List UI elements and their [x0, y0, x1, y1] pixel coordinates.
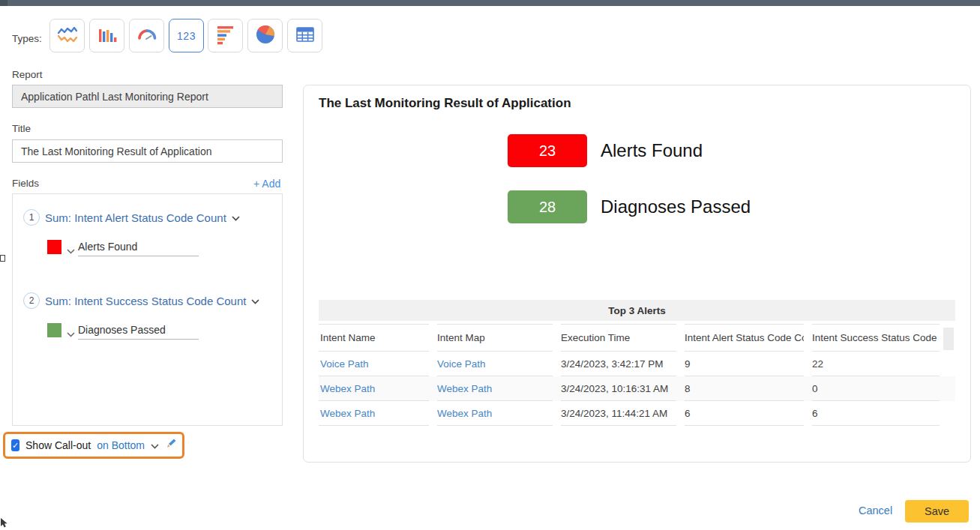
diagnoses-passed-value: 28: [539, 199, 556, 216]
horizontal-bar-chart-icon: [214, 22, 238, 49]
field-source-select[interactable]: Sum: Intent Success Status Code Count: [45, 294, 259, 307]
line-chart-icon: [55, 22, 79, 49]
field-alias-input[interactable]: Alerts Found: [78, 241, 199, 256]
diagnoses-passed-label: Diagnoses Passed: [601, 190, 751, 223]
success-count-cell: 0: [812, 376, 940, 401]
chevron-down-icon[interactable]: [151, 439, 159, 452]
show-callout-setting: ✓ Show Call-out on Bottom: [3, 432, 184, 459]
alerts-found-value: 23: [539, 142, 556, 160]
column-header: Execution Time: [561, 324, 676, 352]
field-color-swatch[interactable]: [47, 240, 61, 254]
field-source-select[interactable]: Sum: Intent Alert Status Code Count: [45, 211, 240, 224]
report-label: Report: [12, 69, 43, 80]
edit-pencil-icon[interactable]: [165, 439, 176, 453]
show-callout-label: Show Call-out: [25, 439, 91, 451]
field-color-swatch[interactable]: [47, 323, 61, 337]
intent-name-link[interactable]: Webex Path: [319, 376, 429, 401]
check-icon: ✓: [12, 442, 19, 450]
add-field-button[interactable]: + Add: [253, 178, 280, 190]
execution-time-cell: 3/24/2023, 3:42:17 PM: [561, 352, 676, 376]
title-input[interactable]: The Last Monitoring Result of Applicatio…: [12, 139, 283, 163]
table-row: Voice Path Voice Path 3/24/2023, 3:42:17…: [319, 352, 955, 376]
alert-count-cell: 6: [685, 401, 804, 426]
mouse-cursor-icon: [1, 518, 9, 530]
preview-card: The Last Monitoring Result of Applicatio…: [303, 85, 971, 463]
chevron-down-icon[interactable]: [67, 327, 75, 340]
top-alerts-table: Top 3 Alerts Intent Name Intent Map Exec…: [319, 300, 955, 426]
table-icon: [293, 22, 317, 49]
intent-map-link[interactable]: Webex Path: [437, 401, 553, 426]
types-label: Types:: [12, 33, 42, 44]
alert-count-cell: 8: [685, 376, 804, 401]
field-index-badge: 1: [23, 209, 40, 226]
success-count-cell: 22: [812, 352, 940, 376]
callout-position-select[interactable]: on Bottom: [97, 439, 145, 451]
column-header: Intent Success Status Code Count: [812, 324, 940, 352]
type-table-button[interactable]: [287, 19, 322, 52]
chevron-down-icon: [232, 211, 240, 224]
table-row: Webex Path Webex Path 3/24/2023, 10:16:3…: [319, 376, 955, 401]
diagnoses-passed-value-box: 28: [508, 190, 587, 223]
type-gauge-button[interactable]: [129, 19, 164, 52]
success-count-cell: 6: [812, 401, 940, 426]
type-horizontal-bar-button[interactable]: [208, 19, 243, 52]
field-source-label: Sum: Intent Success Status Code Count: [45, 295, 246, 307]
intent-map-link[interactable]: Voice Path: [437, 352, 553, 376]
fields-panel: 1 Sum: Intent Alert Status Code Count Al…: [12, 193, 283, 426]
type-pie-chart-button[interactable]: [247, 19, 283, 52]
field-index-badge: 2: [23, 292, 40, 309]
type-number-button[interactable]: 123: [169, 19, 204, 52]
number-123-icon: 123: [177, 30, 196, 42]
column-header: Intent Name: [319, 324, 429, 352]
table-scrollbar-thumb[interactable]: [943, 328, 954, 350]
gauge-icon: [135, 22, 159, 49]
top-accent-corner: [0, 0, 7, 6]
execution-time-cell: 3/24/2023, 11:44:21 AM: [561, 401, 676, 426]
intent-map-link[interactable]: Webex Path: [437, 376, 553, 401]
table-title: Top 3 Alerts: [319, 300, 955, 321]
show-callout-checkbox[interactable]: ✓: [11, 439, 19, 451]
panel-edge-handle: [0, 255, 5, 262]
type-bar-chart-button[interactable]: [89, 19, 124, 52]
alerts-found-value-box: 23: [508, 134, 587, 167]
fields-label: Fields: [12, 178, 39, 189]
pie-chart-icon: [253, 22, 277, 49]
report-input[interactable]: Application Pathl Last Monitoring Report: [12, 85, 283, 108]
table-header-row: Intent Name Intent Map Execution Time In…: [319, 324, 955, 352]
chevron-down-icon[interactable]: [67, 244, 75, 257]
alerts-found-label: Alerts Found: [601, 134, 703, 167]
field-alias-input[interactable]: Diagnoses Passed: [78, 324, 199, 340]
execution-time-cell: 3/24/2023, 10:16:31 AM: [561, 376, 676, 401]
alert-count-cell: 9: [685, 352, 804, 376]
field-source-label: Sum: Intent Alert Status Code Count: [45, 211, 226, 224]
cancel-button[interactable]: Cancel: [859, 505, 892, 517]
type-line-chart-button[interactable]: [49, 19, 85, 52]
intent-name-link[interactable]: Webex Path: [319, 401, 429, 426]
table-row: Webex Path Webex Path 3/24/2023, 11:44:2…: [319, 401, 955, 426]
bar-chart-icon: [95, 22, 119, 49]
save-button[interactable]: Save: [905, 500, 969, 523]
column-header: Intent Alert Status Code Count: [685, 324, 804, 352]
top-accent-bar: [0, 0, 980, 6]
title-label: Title: [12, 123, 31, 134]
intent-name-link[interactable]: Voice Path: [319, 352, 429, 376]
chevron-down-icon: [251, 294, 259, 307]
column-header: Intent Map: [437, 324, 553, 352]
preview-title: The Last Monitoring Result of Applicatio…: [319, 96, 571, 111]
